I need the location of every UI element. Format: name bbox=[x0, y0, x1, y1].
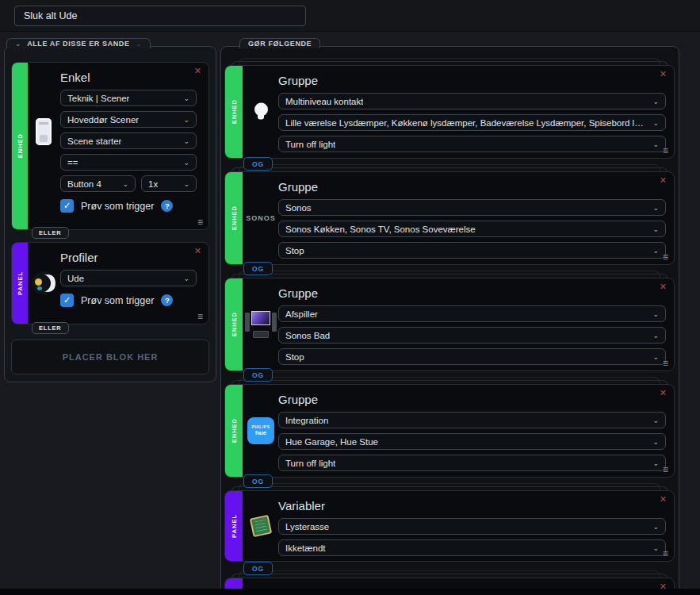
category-label: ENHED bbox=[231, 418, 238, 443]
chevron-down-icon: ⌄ bbox=[652, 225, 659, 233]
block-title: Profiler bbox=[60, 251, 98, 264]
trigger-checkbox-label: Prøv som trigger bbox=[81, 295, 154, 306]
trigger-checkbox-label: Prøv som trigger bbox=[81, 201, 154, 212]
drag-handle-icon[interactable]: ≡ bbox=[663, 252, 668, 262]
or-connector[interactable]: ELLER bbox=[32, 322, 69, 334]
chevron-down-icon: ⌄ bbox=[183, 94, 189, 102]
category-label: PANEL bbox=[231, 514, 238, 538]
actions-header-label: GØR FØLGENDE bbox=[248, 40, 312, 48]
chevron-down-icon: ⌄ bbox=[136, 40, 142, 48]
drop-zone-placeholder[interactable]: PLACER BLOK HER bbox=[11, 340, 209, 374]
action-block-gruppe-sonos: ENHED ✕ SONOS Gruppe Sonos ⌄ Sonos Køkke… bbox=[224, 171, 675, 265]
category-bar-enhed: ENHED bbox=[225, 66, 243, 158]
chevron-down-icon: ⌄ bbox=[652, 523, 659, 531]
trigger-checkbox[interactable]: ✓ bbox=[60, 294, 74, 307]
devices-dropdown[interactable]: Sonos Køkken, Sonos TV, Sonos Soveværels… bbox=[278, 221, 666, 237]
help-icon[interactable]: ? bbox=[161, 294, 173, 306]
drag-handle-icon[interactable]: ≡ bbox=[197, 217, 203, 227]
devices-dropdown[interactable]: Hue Garage, Hue Stue ⌄ bbox=[278, 433, 666, 450]
topbar: Sluk alt Ude bbox=[0, 0, 700, 32]
flow-name-input[interactable]: Sluk alt Ude bbox=[14, 6, 306, 26]
close-icon[interactable]: ✕ bbox=[660, 70, 667, 79]
conditions-header[interactable]: ⌄ ALLE AF DISSE ER SANDE ⌄ bbox=[6, 38, 151, 48]
media-player-icon bbox=[246, 311, 276, 338]
device-dropdown[interactable]: Hoveddør Scener ⌄ bbox=[60, 111, 197, 128]
close-icon[interactable]: ✕ bbox=[660, 495, 667, 504]
chevron-down-icon: ⌄ bbox=[183, 180, 189, 188]
drag-handle-icon[interactable]: ≡ bbox=[663, 549, 668, 559]
drag-handle-icon[interactable]: ≡ bbox=[663, 359, 668, 368]
flow-editor: Sluk alt Ude ⌄ ALLE AF DISSE ER SANDE ⌄ … bbox=[0, 0, 700, 595]
operator-dropdown[interactable]: == ⌄ bbox=[60, 154, 197, 171]
close-icon[interactable]: ✕ bbox=[660, 176, 667, 185]
chevron-down-icon: ⌄ bbox=[652, 98, 659, 106]
chevron-down-icon: ⌄ bbox=[183, 274, 189, 282]
and-connector[interactable]: OG bbox=[243, 474, 273, 488]
chevron-down-icon: ⌄ bbox=[183, 116, 189, 124]
trigger-checkbox[interactable]: ✓ bbox=[60, 199, 74, 213]
help-icon[interactable]: ? bbox=[161, 200, 173, 212]
close-icon[interactable]: ✕ bbox=[660, 389, 667, 397]
chevron-down-icon: ⌄ bbox=[652, 140, 659, 148]
or-connector[interactable]: ELLER bbox=[32, 227, 69, 239]
drag-handle-icon[interactable]: ≡ bbox=[197, 312, 203, 321]
button-dropdown[interactable]: Button 4 ⌄ bbox=[60, 175, 136, 192]
flow-canvas: ⌄ ALLE AF DISSE ER SANDE ⌄ ENHED ✕ Enkel… bbox=[0, 32, 700, 595]
category-label: ENHED bbox=[231, 99, 238, 124]
action-dropdown[interactable]: Stop ⌄ bbox=[278, 242, 666, 259]
action-dropdown[interactable]: Turn off light ⌄ bbox=[278, 455, 666, 471]
devices-dropdown[interactable]: Sonos Bad ⌄ bbox=[278, 327, 666, 344]
device-category-dropdown[interactable]: Integration ⌄ bbox=[278, 412, 666, 428]
category-bar-enhed: ENHED bbox=[225, 172, 243, 264]
press-count-dropdown[interactable]: 1x ⌄ bbox=[141, 175, 197, 192]
actions-header[interactable]: GØR FØLGENDE bbox=[239, 38, 320, 48]
action-dropdown[interactable]: Stop ⌄ bbox=[278, 348, 666, 365]
category-label: ENHED bbox=[17, 133, 24, 158]
block-card: PANEL ✕ Profiler Ude ⌄ ✓ Prøv som trigge… bbox=[11, 242, 209, 324]
check-icon: ✓ bbox=[63, 201, 71, 211]
profile-moon-icon bbox=[29, 271, 58, 295]
chevron-down-icon: ⌄ bbox=[122, 180, 128, 188]
category-bar-panel: PANEL bbox=[12, 243, 28, 324]
action-block-variabler: PANEL ✕ Variabler Lysterasse ⌄ Ikketændt… bbox=[224, 490, 675, 562]
chevron-down-icon: ⌄ bbox=[183, 137, 189, 145]
category-label: PANEL bbox=[17, 271, 24, 295]
variable-note-icon bbox=[246, 516, 276, 536]
condition-block-enkel: ENHED ✕ Enkel Teknik | Scener ⌄ Hoveddør… bbox=[11, 62, 209, 230]
device-category-dropdown[interactable]: Teknik | Scener ⌄ bbox=[60, 90, 197, 106]
block-card: ENHED ✕ Enkel Teknik | Scener ⌄ Hoveddør… bbox=[11, 62, 209, 230]
value-dropdown[interactable]: Ikketændt ⌄ bbox=[278, 539, 666, 556]
device-category-dropdown[interactable]: Sonos ⌄ bbox=[278, 199, 666, 216]
drag-handle-icon[interactable]: ≡ bbox=[663, 465, 668, 474]
and-connector[interactable]: OG bbox=[243, 368, 273, 382]
bottom-edge bbox=[0, 589, 700, 595]
category-label: ENHED bbox=[231, 205, 238, 230]
variable-dropdown[interactable]: Lysterasse ⌄ bbox=[278, 518, 666, 535]
action-dropdown[interactable]: Turn off light ⌄ bbox=[278, 136, 666, 152]
chevron-down-icon: ⌄ bbox=[652, 332, 659, 340]
and-connector[interactable]: OG bbox=[243, 157, 273, 171]
and-connector[interactable]: OG bbox=[243, 262, 273, 275]
block-card: PANEL ✕ Variabler Lysterasse ⌄ Ikketændt… bbox=[224, 490, 675, 562]
close-icon[interactable]: ✕ bbox=[194, 247, 201, 255]
block-title: Variabler bbox=[278, 499, 325, 512]
devices-dropdown[interactable]: Lille værelse Lysdæmper, Køkkenø lysdæmp… bbox=[278, 114, 666, 131]
drag-handle-icon[interactable]: ≡ bbox=[663, 146, 668, 155]
profile-dropdown[interactable]: Ude ⌄ bbox=[60, 270, 197, 286]
close-icon[interactable]: ✕ bbox=[660, 282, 667, 291]
check-icon: ✓ bbox=[63, 295, 71, 305]
chevron-down-icon: ⌄ bbox=[652, 544, 659, 552]
and-connector[interactable]: OG bbox=[243, 562, 273, 575]
conditions-header-label: ALLE AF DISSE ER SANDE bbox=[27, 40, 129, 48]
capability-dropdown[interactable]: Scene starter ⌄ bbox=[60, 132, 197, 149]
device-category-dropdown[interactable]: Afspiller ⌄ bbox=[278, 305, 666, 322]
block-card: ENHED ✕ Gruppe Multiniveau kontakt ⌄ Lil… bbox=[224, 65, 675, 159]
block-title: Gruppe bbox=[278, 393, 318, 406]
device-category-dropdown[interactable]: Multiniveau kontakt ⌄ bbox=[278, 93, 666, 109]
block-title: Enkel bbox=[60, 71, 90, 84]
sonos-logo-icon: SONOS bbox=[246, 214, 276, 222]
action-block-gruppe-player: ENHED ✕ Gruppe Afspiller ⌄ Sonos Bad ⌄ bbox=[224, 278, 675, 371]
chevron-down-icon: ⌄ bbox=[652, 119, 659, 127]
category-bar-panel: PANEL bbox=[225, 491, 243, 561]
close-icon[interactable]: ✕ bbox=[194, 67, 201, 75]
